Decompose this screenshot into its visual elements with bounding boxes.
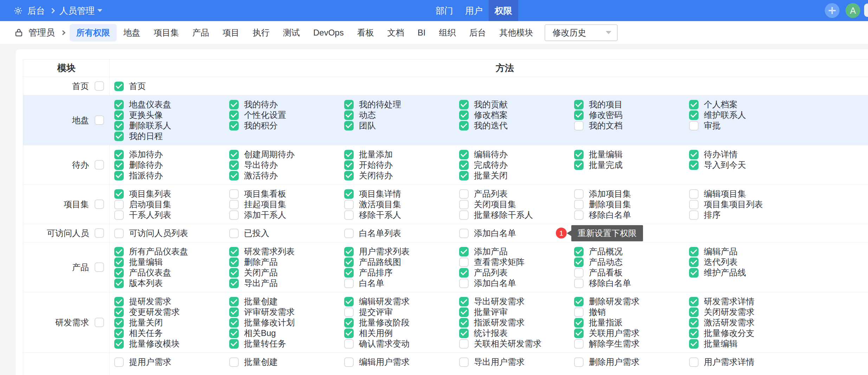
method-checkbox[interactable] (344, 121, 354, 131)
method-item[interactable]: 已投入 (229, 228, 344, 239)
method-item[interactable]: 批量创建 (229, 357, 344, 367)
view-kanban[interactable]: 看板 (351, 24, 381, 42)
method-checkbox[interactable] (574, 268, 584, 278)
method-item[interactable]: 相关任务 (114, 328, 229, 338)
method-checkbox[interactable] (114, 121, 124, 131)
method-item[interactable]: 批量完成 (574, 160, 689, 170)
method-item[interactable]: 用户需求详情 (689, 357, 804, 367)
method-item[interactable]: 白名单 (344, 278, 459, 288)
method-checkbox[interactable] (114, 329, 124, 338)
method-checkbox[interactable] (574, 297, 584, 306)
method-item[interactable]: 关联相关研发需求 (459, 338, 574, 349)
method-item[interactable]: 所有产品仪表盘 (114, 246, 229, 257)
method-checkbox[interactable] (459, 150, 469, 159)
method-item[interactable]: 迭代列表 (689, 257, 804, 267)
method-item[interactable]: 编辑用户需求 (344, 357, 459, 367)
module-checkbox[interactable] (95, 160, 104, 170)
method-item[interactable]: 关联用户需求 (574, 328, 689, 338)
method-item[interactable]: 产品路线图 (344, 257, 459, 267)
method-item[interactable]: 白名单列表 (344, 228, 459, 239)
method-item[interactable]: 我的待办 (229, 99, 344, 110)
method-item[interactable]: 研发需求列表 (229, 246, 344, 257)
method-item[interactable]: 删除项目集 (574, 199, 689, 210)
method-checkbox[interactable] (689, 160, 699, 170)
method-checkbox[interactable] (459, 357, 469, 367)
method-item[interactable]: 批量修改分支 (689, 328, 804, 338)
method-item[interactable]: 用户需求列表 (344, 246, 459, 257)
method-checkbox[interactable] (344, 268, 354, 278)
method-item[interactable]: 添加白名单 (459, 278, 574, 288)
method-item[interactable]: 批量修改计划 (229, 317, 344, 328)
method-checkbox[interactable] (114, 318, 124, 328)
method-checkbox[interactable] (689, 357, 699, 367)
method-checkbox[interactable] (459, 200, 469, 209)
method-checkbox[interactable] (689, 247, 699, 256)
method-checkbox[interactable] (344, 100, 354, 109)
add-button[interactable] (825, 3, 840, 18)
method-checkbox[interactable] (114, 82, 124, 91)
method-item[interactable]: 创建周期待办 (229, 149, 344, 160)
method-item[interactable]: 添加干系人 (229, 210, 344, 220)
view-program[interactable]: 项目集 (147, 24, 186, 42)
method-item[interactable]: 编辑项目集 (689, 189, 804, 199)
method-checkbox[interactable] (114, 110, 124, 120)
method-checkbox[interactable] (574, 121, 584, 131)
method-item[interactable]: 项目集项目列表 (689, 199, 804, 210)
method-item[interactable]: 关闭研发需求 (689, 307, 804, 317)
method-checkbox[interactable] (459, 329, 469, 338)
method-checkbox[interactable] (114, 100, 124, 109)
view-organization[interactable]: 组织 (432, 24, 462, 42)
method-item[interactable]: 批量编辑 (574, 149, 689, 160)
method-item[interactable]: 排序 (689, 210, 804, 220)
method-item[interactable]: 开始待办 (344, 160, 459, 170)
method-item[interactable]: 批量转任务 (229, 338, 344, 349)
view-all-privileges[interactable]: 所有权限 (70, 24, 117, 42)
method-checkbox[interactable] (229, 121, 239, 131)
method-checkbox[interactable] (689, 339, 699, 349)
method-item[interactable]: 批量修改阶段 (344, 317, 459, 328)
method-checkbox[interactable] (689, 210, 699, 220)
method-item[interactable]: 变更研发需求 (114, 307, 229, 317)
view-bi[interactable]: BI (411, 25, 432, 41)
method-item[interactable]: 批量修改模块 (114, 338, 229, 349)
method-checkbox[interactable] (229, 329, 239, 338)
method-item[interactable]: 批量创建 (229, 296, 344, 307)
method-checkbox[interactable] (689, 200, 699, 209)
method-item[interactable]: 删除研发需求 (574, 296, 689, 307)
method-item[interactable]: 可访问人员列表 (114, 228, 229, 239)
method-checkbox[interactable] (574, 200, 584, 209)
method-checkbox[interactable] (344, 318, 354, 328)
method-item[interactable]: 激活研发需求 (689, 317, 804, 328)
method-item[interactable]: 编辑产品 (689, 246, 804, 257)
method-checkbox[interactable] (574, 160, 584, 170)
method-checkbox[interactable] (574, 110, 584, 120)
view-product[interactable]: 产品 (186, 24, 216, 42)
method-item[interactable]: 指派研发需求 (459, 317, 574, 328)
method-item[interactable]: 确认需求变动 (344, 338, 459, 349)
method-checkbox[interactable] (344, 210, 354, 220)
method-checkbox[interactable] (574, 258, 584, 267)
method-checkbox[interactable] (344, 279, 354, 288)
method-checkbox[interactable] (229, 247, 239, 256)
method-item[interactable]: 产品列表 (459, 267, 574, 278)
method-checkbox[interactable] (114, 171, 124, 180)
method-item[interactable]: 查看需求矩阵 (459, 257, 574, 267)
method-item[interactable]: 批量指派 (574, 317, 689, 328)
method-checkbox[interactable] (114, 229, 124, 238)
method-item[interactable]: 更换头像 (114, 110, 229, 120)
method-item[interactable]: 删除产品 (229, 257, 344, 267)
method-checkbox[interactable] (459, 318, 469, 328)
method-checkbox[interactable] (574, 329, 584, 338)
method-item[interactable]: 移除白名单 (574, 278, 689, 288)
method-checkbox[interactable] (229, 229, 239, 238)
method-checkbox[interactable] (344, 357, 354, 367)
method-item[interactable]: 提交评审 (344, 307, 459, 317)
method-checkbox[interactable] (459, 210, 469, 220)
module-checkbox[interactable] (95, 115, 104, 125)
method-checkbox[interactable] (229, 318, 239, 328)
method-checkbox[interactable] (689, 189, 699, 199)
method-item[interactable]: 维护联系人 (689, 110, 804, 120)
method-item[interactable]: 修改密码 (574, 110, 689, 120)
method-item[interactable]: 指派待办 (114, 170, 229, 181)
method-item[interactable]: 删除用户需求 (574, 357, 689, 367)
